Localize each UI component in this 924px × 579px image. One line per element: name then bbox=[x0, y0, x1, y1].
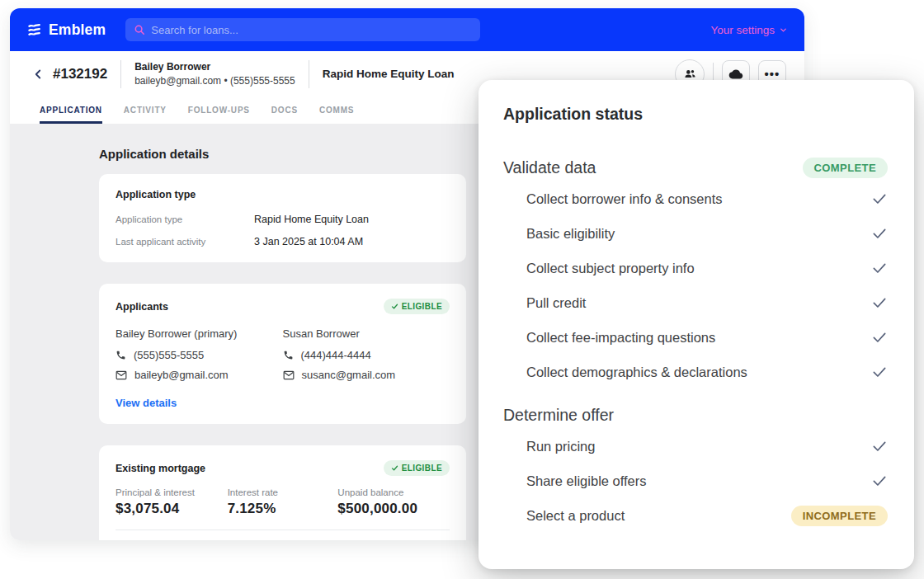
stat-label: Interest rate bbox=[228, 487, 338, 497]
existing-mortgage-card: Existing mortgage ELIGIBLE Principal & i… bbox=[99, 445, 466, 540]
detail-value: 3 Jan 2025 at 10:04 AM bbox=[254, 236, 363, 247]
check-icon bbox=[871, 294, 888, 311]
applicant-email: baileyb@gmail.com bbox=[116, 369, 283, 381]
stat: Principal & interest $3,075.04 bbox=[116, 487, 228, 517]
checklist-item[interactable]: Collect fee-impacting questions bbox=[503, 320, 888, 355]
back-button[interactable] bbox=[28, 64, 48, 84]
check-icon bbox=[871, 364, 888, 380]
detail-value: Rapid Home Equity Loan bbox=[254, 214, 369, 225]
stat: Unpaid balance $500,000.00 bbox=[337, 487, 450, 517]
check-icon bbox=[871, 438, 888, 454]
incomplete-badge: INCOMPLETE bbox=[791, 506, 888, 526]
checklist-item[interactable]: Share eligible offers bbox=[503, 464, 888, 498]
cloud-icon bbox=[728, 67, 743, 82]
phone-icon bbox=[116, 350, 126, 360]
section-title: Validate data bbox=[503, 158, 596, 177]
section-title: Determine offer bbox=[503, 406, 614, 425]
check-icon bbox=[871, 473, 888, 489]
tab-activity[interactable]: ACTIVITY bbox=[124, 96, 167, 124]
mortgage-stats: Principal & interest $3,075.04 Interest … bbox=[116, 487, 450, 517]
loan-id: #132192 bbox=[53, 66, 107, 82]
tab-docs[interactable]: DOCS bbox=[271, 96, 298, 124]
detail-label: Application type bbox=[116, 214, 254, 224]
header-divider bbox=[120, 60, 121, 88]
stat-value: $3,075.04 bbox=[116, 501, 228, 517]
eligible-badge: ELIGIBLE bbox=[384, 299, 450, 314]
stat-value: $500,000.00 bbox=[337, 501, 450, 517]
card-divider bbox=[116, 530, 450, 530]
detail-label: Last applicant activity bbox=[116, 237, 254, 247]
emblem-wave-icon bbox=[26, 21, 43, 38]
checklist-item[interactable]: Collect subject property info bbox=[503, 251, 888, 285]
detail-row: Last applicant activity 3 Jan 2025 at 10… bbox=[116, 236, 450, 247]
applicant-phone: (555)555-5555 bbox=[116, 349, 283, 361]
checklist-item[interactable]: Pull credit bbox=[503, 285, 888, 320]
search-input[interactable] bbox=[151, 24, 472, 36]
borrower-contact: baileyb@gmail.com • (555)555-5555 bbox=[134, 75, 295, 87]
check-icon bbox=[871, 329, 888, 346]
card-header: Applicants ELIGIBLE bbox=[116, 299, 450, 314]
check-icon bbox=[391, 464, 398, 472]
check-icon bbox=[871, 191, 888, 207]
checklist-item[interactable]: Collect demographics & declarations bbox=[503, 355, 888, 389]
stat-value: 7.125% bbox=[228, 501, 338, 517]
ellipsis-icon: ••• bbox=[765, 70, 780, 78]
card-title: Application type bbox=[116, 189, 450, 200]
loan-product-name: Rapid Home Equity Loan bbox=[323, 68, 455, 80]
applicants-card: Applicants ELIGIBLE Bailey Borrower (pri… bbox=[99, 284, 466, 424]
applicant-phone: (444)444-4444 bbox=[283, 349, 450, 361]
applicant-primary: Bailey Borrower (primary) (555)555-5555 … bbox=[116, 327, 283, 388]
determine-offer-section-header: Determine offer bbox=[503, 401, 888, 429]
validate-data-section-header: Validate data COMPLETE bbox=[503, 153, 888, 181]
checklist-item[interactable]: Basic eligibility bbox=[503, 216, 888, 251]
borrower-summary: Bailey Borrower baileyb@gmail.com • (555… bbox=[134, 61, 295, 87]
application-type-card: Application type Application type Rapid … bbox=[99, 174, 466, 262]
check-icon bbox=[391, 303, 398, 310]
top-navigation-bar: Emblem Your settings bbox=[10, 8, 804, 51]
loan-search-box[interactable] bbox=[125, 18, 480, 41]
brand-logo[interactable]: Emblem bbox=[26, 21, 106, 39]
search-icon bbox=[134, 24, 145, 35]
card-title: Applicants bbox=[116, 301, 168, 313]
applicants-columns: Bailey Borrower (primary) (555)555-5555 … bbox=[116, 327, 450, 388]
dialog-title: Application status bbox=[503, 105, 888, 124]
check-icon bbox=[871, 225, 888, 242]
detail-row: Application type Rapid Home Equity Loan bbox=[116, 214, 450, 225]
view-details-link[interactable]: View details bbox=[116, 397, 450, 409]
stat-label: Unpaid balance bbox=[337, 487, 450, 497]
check-icon bbox=[871, 260, 888, 276]
card-title: Existing mortgage bbox=[116, 463, 205, 474]
application-status-dialog: Application status Validate data COMPLET… bbox=[478, 80, 914, 569]
applicant-name: Bailey Borrower (primary) bbox=[116, 327, 283, 340]
complete-badge: COMPLETE bbox=[803, 158, 888, 178]
envelope-icon bbox=[283, 370, 295, 380]
header-divider bbox=[309, 60, 309, 88]
tab-application[interactable]: APPLICATION bbox=[40, 96, 102, 124]
envelope-icon bbox=[116, 370, 127, 380]
brand-name: Emblem bbox=[49, 21, 106, 39]
eligible-badge: ELIGIBLE bbox=[384, 460, 450, 476]
tab-follow-ups[interactable]: FOLLOW-UPS bbox=[188, 96, 250, 124]
applicant-email: susanc@gmail.com bbox=[283, 369, 450, 381]
checklist-item[interactable]: Select a product INCOMPLETE bbox=[503, 498, 888, 533]
checklist-item[interactable]: Collect borrower info & consents bbox=[503, 181, 888, 216]
chevron-down-icon bbox=[779, 26, 788, 35]
card-header: Existing mortgage ELIGIBLE bbox=[116, 460, 450, 476]
stat-label: Principal & interest bbox=[116, 487, 228, 497]
tab-comms[interactable]: COMMS bbox=[319, 96, 354, 124]
phone-icon bbox=[283, 350, 294, 360]
your-settings-menu[interactable]: Your settings bbox=[710, 24, 788, 36]
applicant-secondary: Susan Borrower (444)444-4444 susanc@gmai… bbox=[283, 327, 450, 388]
applicant-name: Susan Borrower bbox=[283, 327, 450, 340]
settings-label: Your settings bbox=[710, 24, 775, 36]
people-icon bbox=[683, 67, 697, 81]
stat: Interest rate 7.125% bbox=[228, 487, 338, 517]
borrower-name: Bailey Borrower bbox=[134, 61, 295, 73]
checklist-item[interactable]: Run pricing bbox=[503, 429, 888, 464]
